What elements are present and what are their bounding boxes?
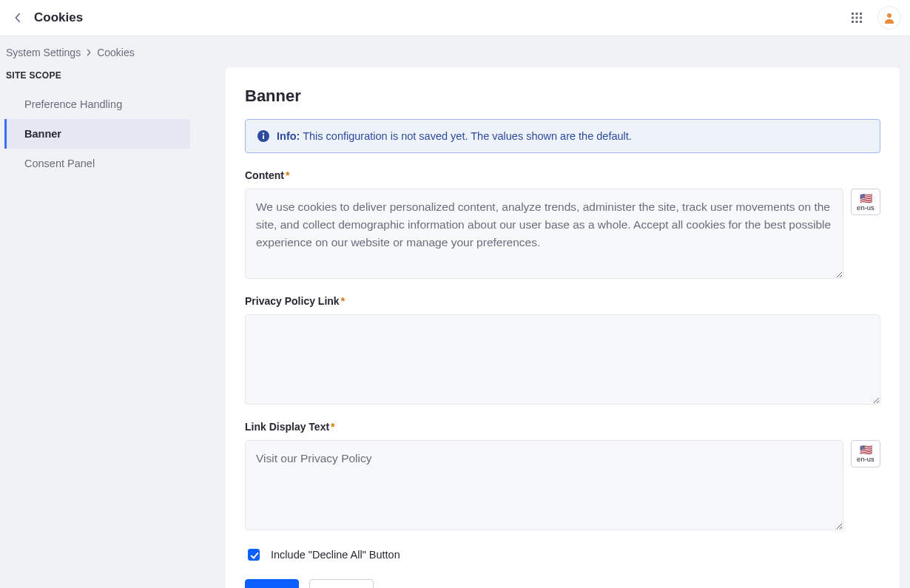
svg-rect-0 xyxy=(852,13,854,15)
info-alert-text: This configuration is not saved yet. The… xyxy=(303,130,632,142)
content-card: Banner Info: This configuration is not s… xyxy=(226,67,900,588)
form-group-content: Content* 🇺🇸 en-us xyxy=(245,169,880,279)
svg-rect-3 xyxy=(852,17,854,19)
svg-rect-4 xyxy=(856,17,858,19)
content-label: Content* xyxy=(245,169,880,181)
link-text-textarea[interactable] xyxy=(245,440,843,530)
content-locale-button[interactable]: 🇺🇸 en-us xyxy=(851,189,880,215)
user-icon xyxy=(883,12,895,24)
decline-all-checkbox-row: Include "Decline All" Button xyxy=(245,547,880,563)
svg-rect-1 xyxy=(856,13,858,15)
svg-rect-8 xyxy=(860,21,862,23)
us-flag-icon: 🇺🇸 xyxy=(860,445,872,455)
page-title: Cookies xyxy=(34,10,83,25)
required-mark: * xyxy=(341,295,345,307)
locale-code: en-us xyxy=(857,203,874,212)
page-heading: Banner xyxy=(245,87,880,106)
content-textarea[interactable] xyxy=(245,189,843,279)
svg-point-9 xyxy=(887,13,892,18)
cancel-button[interactable]: Cancel xyxy=(309,579,373,588)
svg-rect-11 xyxy=(263,135,264,139)
svg-point-12 xyxy=(263,132,264,134)
info-alert: Info: This configuration is not saved ye… xyxy=(245,119,880,153)
breadcrumb: System Settings Cookies xyxy=(0,36,910,67)
form-group-link-text: Link Display Text* 🇺🇸 en-us xyxy=(245,421,880,530)
sidebar-scope-label: SITE SCOPE xyxy=(0,67,226,89)
save-button[interactable]: Save xyxy=(245,579,299,588)
us-flag-icon: 🇺🇸 xyxy=(860,193,872,203)
back-button[interactable] xyxy=(9,9,27,27)
sidebar-item-banner[interactable]: Banner xyxy=(4,119,190,149)
locale-code: en-us xyxy=(857,455,874,463)
info-icon xyxy=(257,130,269,142)
main-layout: SITE SCOPE Preference Handling Banner Co… xyxy=(0,67,910,588)
button-row: Save Cancel xyxy=(245,579,880,588)
svg-rect-6 xyxy=(852,21,854,23)
sidebar-item-preference-handling[interactable]: Preference Handling xyxy=(4,89,190,119)
chevron-right-icon xyxy=(85,47,92,58)
user-avatar[interactable] xyxy=(877,6,901,30)
privacy-link-textarea[interactable] xyxy=(245,314,880,405)
sidebar: SITE SCOPE Preference Handling Banner Co… xyxy=(0,67,226,193)
chevron-left-icon xyxy=(13,13,23,23)
svg-rect-5 xyxy=(860,17,862,19)
info-alert-label: Info: xyxy=(277,130,300,142)
link-text-label: Link Display Text* xyxy=(245,421,880,433)
link-text-locale-button[interactable]: 🇺🇸 en-us xyxy=(851,440,880,467)
apps-menu-button[interactable] xyxy=(845,6,869,30)
required-mark: * xyxy=(331,421,334,433)
breadcrumb-item[interactable]: Cookies xyxy=(97,47,135,58)
required-mark: * xyxy=(286,169,289,181)
decline-all-checkbox[interactable] xyxy=(248,549,260,561)
grid-icon xyxy=(851,12,863,24)
form-group-privacy-link: Privacy Policy Link* xyxy=(245,295,880,405)
decline-all-label[interactable]: Include "Decline All" Button xyxy=(271,549,400,561)
breadcrumb-item[interactable]: System Settings xyxy=(6,47,81,58)
privacy-link-label: Privacy Policy Link* xyxy=(245,295,880,307)
svg-rect-2 xyxy=(860,13,862,15)
topbar: Cookies xyxy=(0,0,910,36)
svg-rect-7 xyxy=(856,21,858,23)
sidebar-item-consent-panel[interactable]: Consent Panel xyxy=(4,149,190,178)
